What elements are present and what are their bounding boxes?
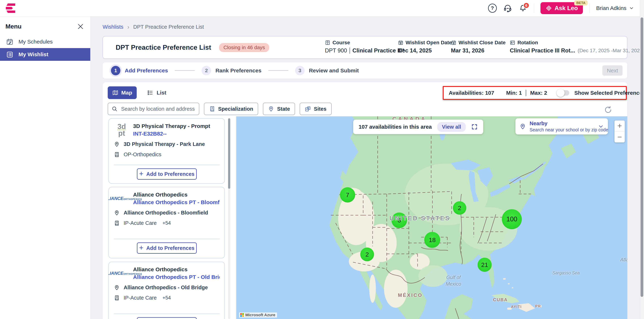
map-label: Mexico	[446, 281, 461, 287]
map-zoom-controls: + −	[614, 121, 625, 142]
site-specialization: IP-Acute Care	[124, 295, 157, 301]
map-cluster[interactable]: 2	[453, 201, 466, 215]
exxat-logo	[6, 3, 16, 13]
zoom-in-button[interactable]: +	[614, 121, 625, 132]
add-to-preferences-button[interactable]: +Add to Preferences	[137, 317, 197, 319]
org-logo: ALLIANCEORTHOPEDICS	[114, 192, 130, 205]
site-link[interactable]: INT-E32B82--	[133, 131, 210, 137]
user-name: Brian Adkins	[596, 5, 626, 11]
step-rank-preferences[interactable]: 2 Rank Preferences	[202, 66, 261, 75]
site-link[interactable]: Alliance Orthopedics PT - Old Bridge	[133, 274, 220, 280]
user-menu[interactable]: Brian Adkins	[596, 5, 634, 11]
map-cluster[interactable]: 2	[360, 247, 374, 261]
map-cluster[interactable]: 21	[478, 258, 492, 272]
list-scrollbar[interactable]	[228, 118, 230, 319]
list-view-toggle[interactable]: List	[147, 90, 166, 96]
menu-title: Menu	[6, 23, 22, 30]
site-org-name: Alliance Orthopedics	[133, 266, 220, 272]
step-connector	[268, 70, 288, 71]
site-link[interactable]: Alliance Orthopedics PT - Bloomfield ...	[133, 199, 220, 205]
page-title: DPT Preactice Preference List	[116, 44, 211, 51]
step-connector	[175, 70, 195, 71]
page-scrollbar[interactable]	[640, 0, 644, 319]
add-to-preferences-button[interactable]: +Add to Preferences	[137, 242, 197, 254]
rotation-info: Rotation Clinical Practice III Rot...(De…	[510, 40, 644, 54]
bell-icon[interactable]: 6	[518, 4, 527, 13]
book-icon	[114, 295, 120, 301]
zoom-out-button[interactable]: −	[614, 132, 625, 142]
nearby-title: Nearby	[530, 121, 594, 127]
help-icon[interactable]: ?	[488, 4, 497, 13]
sites-filter[interactable]: Sites	[300, 103, 332, 115]
location-pin-icon	[114, 285, 120, 290]
rotation-dates: (Dec 17, 2025 -Mar 31, 2026)	[578, 48, 644, 54]
leo-icon	[546, 5, 552, 12]
chevron-down-icon	[598, 123, 604, 130]
search-input[interactable]	[121, 106, 198, 112]
calendar-icon	[398, 40, 404, 45]
headset-icon[interactable]	[503, 4, 512, 13]
sidebar: Menu My Schedules My Wishlist	[0, 16, 90, 319]
calendar-icon	[451, 40, 456, 45]
main-panel: Map List Availabilities: 107 Min: 1 Max:…	[102, 82, 627, 319]
result-card: ALLIANCEORTHOPEDICS Alliance Orthopedics…	[108, 187, 225, 258]
closing-badge: Closing in 46 days	[219, 43, 269, 52]
notification-badge: 6	[523, 2, 530, 9]
step-review-submit[interactable]: 3 Review and Submit	[295, 66, 359, 75]
breadcrumb-wishlists-link[interactable]: Wishlists	[102, 24, 123, 30]
beta-badge: BETA	[574, 0, 588, 6]
location-pin-icon	[114, 210, 120, 216]
divider	[114, 165, 220, 165]
nearby-subtitle: Search near your school or by zip code	[530, 127, 594, 132]
step-add-preferences[interactable]: 1 Add Preferences	[111, 66, 168, 75]
plus-icon: +	[139, 170, 143, 177]
top-bar: ? 6 Ask Leo BETA	[0, 0, 644, 17]
map-cluster[interactable]: 18	[424, 232, 440, 248]
map-label: Sargasso Sea	[552, 270, 580, 275]
divider	[526, 90, 526, 96]
add-to-preferences-button[interactable]: +Add to Preferences	[137, 168, 197, 180]
map-label: MÉXICO	[398, 292, 423, 298]
breadcrumb-current: DPT Preactice Preference List	[133, 24, 204, 30]
calendar-edit-icon	[6, 38, 14, 45]
plus-icon: +	[139, 244, 143, 251]
open-date-value: Dec 14, 2025	[398, 47, 432, 54]
state-filter[interactable]: State	[263, 103, 295, 115]
rotation-icon	[510, 40, 515, 45]
sidebar-item-my-wishlist[interactable]: My Wishlist	[0, 48, 90, 61]
rotation-name: Clinical Practice III Rot...	[510, 47, 575, 54]
map[interactable]: 72610018221CANADAUNITED STATESMÉXICOGulf…	[236, 116, 627, 319]
map-icon	[112, 90, 118, 96]
specialization-filter[interactable]: Specialization	[204, 103, 258, 115]
microsoft-logo-icon	[240, 313, 244, 317]
sidebar-item-label: My Wishlist	[18, 51, 48, 58]
map-cluster[interactable]: 100	[502, 209, 522, 229]
map-label: Gulf of	[446, 275, 461, 280]
list-view-icon	[147, 90, 154, 96]
ask-leo-button[interactable]: Ask Leo BETA	[540, 2, 583, 14]
next-button[interactable]: Next	[602, 65, 622, 76]
specialization-extra-count: +54	[162, 220, 171, 226]
search-icon	[112, 106, 118, 112]
stepper: 1 Add Preferences 2 Rank Preferences 3 R…	[102, 62, 627, 79]
map-markers-layer: 72610018221CANADAUNITED STATESMÉXICOGulf…	[236, 116, 627, 319]
area-availability-count: 107 availabilities in this area	[358, 124, 432, 130]
map-cluster[interactable]: 7	[340, 187, 355, 202]
close-date-info: Wishlist Close Date Mar 31, 2026	[451, 40, 506, 54]
show-selected-toggle[interactable]	[557, 90, 569, 96]
map-view-toggle[interactable]: Map	[108, 86, 137, 99]
sidebar-item-my-schedules[interactable]: My Schedules	[0, 35, 90, 48]
fullscreen-icon[interactable]	[471, 124, 478, 130]
map-label: UNITED STATES	[390, 215, 450, 222]
open-date-info: Wishlist Open Date Dec 14, 2025	[398, 40, 452, 54]
close-icon[interactable]	[77, 23, 84, 30]
map-label: Atlantic	[620, 257, 627, 262]
nearby-search-dropdown[interactable]: Nearby Search near your school or by zip…	[516, 118, 608, 134]
course-code: DPT 900	[325, 47, 347, 54]
site-org-name: Alliance Orthopedics	[133, 192, 220, 198]
site-location: Alliance Orthopedics - Bloomfield	[124, 210, 208, 216]
sites-icon	[305, 106, 311, 112]
site-specialization: OP-Orthopedics	[124, 152, 161, 158]
refresh-icon[interactable]	[604, 105, 612, 114]
view-all-button[interactable]: View all	[437, 122, 466, 132]
